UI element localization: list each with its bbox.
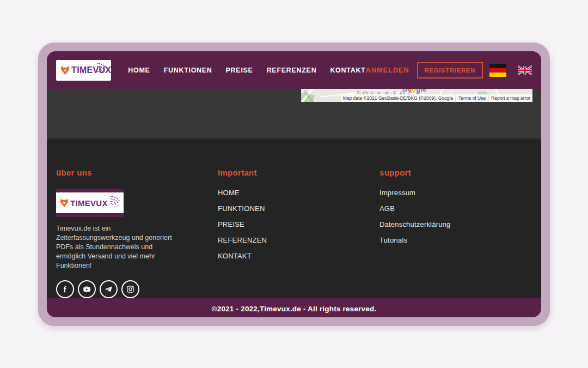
support-heading: support bbox=[379, 168, 541, 177]
footer-brand-logo[interactable]: TIMEVUX bbox=[56, 189, 124, 217]
facebook-icon bbox=[61, 285, 69, 293]
map-report-error-link[interactable]: Report a map error bbox=[489, 94, 532, 102]
about-description-line: ermöglich Versand und viel mehr bbox=[56, 252, 218, 261]
page-card-frame: TIMEVUX HOME FUNKTIONEN PREISE REFERENZE… bbox=[38, 43, 550, 326]
google-letter: o bbox=[408, 89, 412, 93]
flag-stripe bbox=[489, 64, 506, 68]
brand-wordmark: TIMEVUX bbox=[70, 198, 108, 208]
telegram-icon bbox=[105, 285, 113, 293]
google-letter: o bbox=[412, 89, 416, 93]
footer-link-impressum[interactable]: Impressum bbox=[379, 189, 541, 197]
footer-link-tutorials[interactable]: Tutorials bbox=[379, 236, 541, 244]
nav-link-referenzen[interactable]: REFERENZEN bbox=[267, 67, 317, 74]
youtube-icon bbox=[82, 285, 91, 293]
about-heading: über uns bbox=[56, 168, 218, 177]
flag-stripe bbox=[489, 68, 506, 73]
about-description-line: PDFs als Stundennachweis und bbox=[56, 243, 218, 252]
google-logo: Google bbox=[402, 89, 426, 93]
fox-icon bbox=[59, 64, 71, 77]
navbar: TIMEVUX HOME FUNKTIONEN PREISE REFERENZE… bbox=[47, 51, 541, 89]
google-map[interactable]: Militärring ZOLLSTOCK Google Map data ©2… bbox=[301, 89, 532, 102]
social-links bbox=[56, 280, 218, 298]
about-description-line: Timevux.de ist ein bbox=[56, 224, 218, 233]
youtube-link[interactable] bbox=[78, 280, 96, 298]
about-description: Timevux.de ist ein Zeiterfassungswerkzeu… bbox=[56, 224, 218, 270]
about-description-line: Funktionen! bbox=[56, 261, 218, 270]
telegram-link[interactable] bbox=[100, 280, 118, 298]
page-card: TIMEVUX HOME FUNKTIONEN PREISE REFERENZE… bbox=[47, 51, 541, 317]
nav-link-preise[interactable]: PREISE bbox=[226, 67, 253, 74]
nav-link-kontakt[interactable]: KONTAKT bbox=[330, 67, 365, 74]
bottom-bar: ©2021 - 2022,Timevux.de - All rights res… bbox=[47, 298, 541, 317]
german-flag-icon[interactable] bbox=[489, 64, 506, 77]
footer-link-datenschutz[interactable]: Datenschutzerklärung bbox=[379, 220, 541, 228]
map-attribution-text: Map data ©2021 GeoBasis-DE/BKG (©2009), … bbox=[341, 94, 455, 102]
brand-logo[interactable]: TIMEVUX bbox=[56, 60, 111, 81]
copyright-text: ©2021 - 2022,Timevux.de - All rights res… bbox=[212, 305, 377, 313]
facebook-link[interactable] bbox=[56, 280, 74, 298]
brand-swirl-icon bbox=[93, 61, 111, 80]
footer-link-preise[interactable]: PREISE bbox=[218, 220, 379, 228]
nav-right-group: ANMELDEN REGISTRIEREN bbox=[365, 62, 532, 79]
footer-support-column: support Impressum AGB Datenschutzerkläru… bbox=[379, 168, 541, 298]
instagram-icon bbox=[126, 285, 134, 293]
footer-link-agb[interactable]: AGB bbox=[379, 204, 541, 213]
site-footer: über uns TIMEVUX bbox=[47, 138, 541, 298]
about-description-line: Zeiterfassungswerkzeug und generiert bbox=[56, 233, 218, 243]
footer-link-referenzen[interactable]: REFERENZEN bbox=[218, 236, 379, 244]
google-letter: e bbox=[422, 89, 426, 93]
footer-link-home[interactable]: HOME bbox=[218, 189, 379, 197]
footer-important-column: Important HOME FUNKTIONEN PREISE REFEREN… bbox=[218, 168, 379, 298]
google-letter: G bbox=[402, 89, 408, 93]
footer-about-column: über uns TIMEVUX bbox=[56, 168, 218, 298]
registrieren-button[interactable]: REGISTRIEREN bbox=[417, 62, 483, 79]
main-nav: HOME FUNKTIONEN PREISE REFERENZEN KONTAK… bbox=[128, 67, 365, 74]
content-strip: Militärring ZOLLSTOCK Google Map data ©2… bbox=[47, 89, 541, 138]
brand-swirl-icon bbox=[106, 193, 124, 213]
footer-link-funktionen[interactable]: FUNKTIONEN bbox=[218, 204, 379, 213]
instagram-link[interactable] bbox=[121, 280, 139, 298]
nav-link-funktionen[interactable]: FUNKTIONEN bbox=[164, 67, 212, 74]
flag-stripe bbox=[489, 73, 506, 77]
uk-flag-icon[interactable] bbox=[518, 64, 532, 77]
footer-link-kontakt[interactable]: KONTAKT bbox=[218, 252, 379, 260]
nav-link-home[interactable]: HOME bbox=[128, 67, 150, 74]
anmelden-link[interactable]: ANMELDEN bbox=[365, 66, 409, 74]
important-heading: Important bbox=[218, 168, 379, 177]
map-terms-link[interactable]: Terms of Use bbox=[456, 94, 488, 102]
map-attribution-bar: Map data ©2021 GeoBasis-DE/BKG (©2009), … bbox=[301, 94, 532, 102]
fox-icon bbox=[59, 197, 70, 208]
